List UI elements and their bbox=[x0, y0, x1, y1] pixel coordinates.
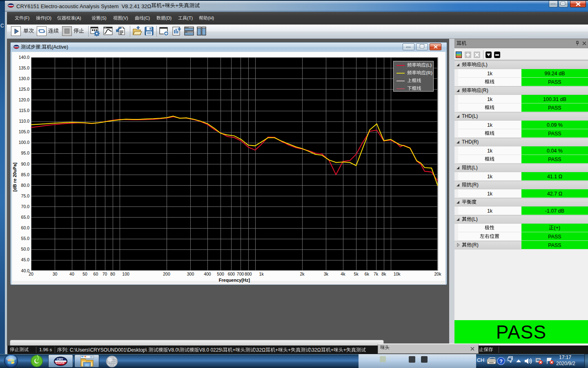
svg-text:4k: 4k bbox=[341, 272, 345, 276]
svg-text:105.0: 105.0 bbox=[19, 129, 29, 134]
svg-text:(A): (A) bbox=[75, 16, 81, 20]
svg-text:+: + bbox=[233, 347, 236, 353]
svg-text:80: 80 bbox=[110, 272, 115, 276]
svg-text:130.0: 130.0 bbox=[19, 76, 29, 81]
svg-text:8k: 8k bbox=[381, 272, 386, 276]
svg-text:70: 70 bbox=[102, 272, 107, 276]
svg-text:: C:\Users\CRYSOUND001\Desktop: : C:\Users\CRYSOUND001\Desktop\ bbox=[67, 347, 147, 353]
svg-text:THD(L): THD(L) bbox=[462, 113, 478, 119]
svg-text:65.0: 65.0 bbox=[21, 215, 30, 220]
svg-text:(L): (L) bbox=[472, 216, 478, 222]
svg-text:60.0: 60.0 bbox=[21, 225, 30, 230]
svg-text:800: 800 bbox=[245, 272, 252, 276]
svg-text:(R): (R) bbox=[472, 182, 479, 188]
svg-text:(L): (L) bbox=[472, 165, 478, 171]
svg-text:75.0: 75.0 bbox=[21, 193, 30, 198]
svg-text:7k: 7k bbox=[374, 272, 379, 276]
svg-text:50.0: 50.0 bbox=[21, 247, 30, 251]
svg-text:30: 30 bbox=[53, 272, 58, 276]
svg-text:40: 40 bbox=[69, 272, 74, 276]
svg-text:(O): (O) bbox=[45, 16, 51, 20]
svg-text:6k: 6k bbox=[365, 272, 370, 276]
svg-text:+: + bbox=[343, 347, 346, 353]
svg-text:45.0: 45.0 bbox=[21, 257, 30, 262]
svg-text:(R): (R) bbox=[472, 242, 479, 248]
svg-text:135.0: 135.0 bbox=[19, 65, 29, 70]
svg-text:60: 60 bbox=[94, 272, 98, 276]
svg-text:V8.0\: V8.0\ bbox=[168, 347, 180, 353]
svg-text:(D): (D) bbox=[165, 16, 172, 20]
svg-text:+: + bbox=[275, 347, 278, 353]
svg-text:[dB re 20uPa]: [dB re 20uPa] bbox=[12, 162, 17, 191]
svg-text:95.0: 95.0 bbox=[21, 150, 30, 155]
svg-text:85.0: 85.0 bbox=[21, 172, 30, 177]
svg-text:(L): (L) bbox=[481, 62, 488, 67]
svg-text:(Active): (Active) bbox=[51, 44, 68, 50]
svg-text:THD(R): THD(R) bbox=[462, 139, 479, 145]
svg-text:+: + bbox=[176, 2, 179, 9]
svg-text:70.0: 70.0 bbox=[21, 204, 30, 209]
svg-text:600: 600 bbox=[228, 272, 235, 276]
svg-text:110.0: 110.0 bbox=[19, 119, 30, 123]
svg-text:200: 200 bbox=[163, 272, 170, 276]
svg-text:(C): (C) bbox=[144, 16, 150, 20]
svg-text:\32Ω: \32Ω bbox=[255, 347, 266, 353]
svg-text:+: + bbox=[162, 2, 165, 9]
svg-text:?: ? bbox=[499, 358, 503, 364]
svg-text:100.0: 100.0 bbox=[19, 140, 29, 145]
svg-text:(F): (F) bbox=[24, 16, 29, 20]
svg-text:3k: 3k bbox=[324, 272, 329, 276]
svg-text:(T): (T) bbox=[187, 16, 193, 20]
svg-text:120.0: 120.0 bbox=[19, 97, 29, 102]
svg-text:400: 400 bbox=[204, 272, 211, 276]
svg-text:115.0: 115.0 bbox=[19, 108, 30, 113]
svg-text:(+): (+) bbox=[554, 225, 560, 231]
svg-text:\32Ω: \32Ω bbox=[310, 347, 321, 353]
svg-text:Frequency[Hz]: Frequency[Hz] bbox=[219, 278, 250, 283]
svg-text:+: + bbox=[288, 347, 291, 353]
svg-text:90.0: 90.0 bbox=[21, 162, 30, 166]
svg-text:1k: 1k bbox=[259, 272, 264, 276]
svg-text:20k: 20k bbox=[434, 272, 442, 276]
svg-text:(L): (L) bbox=[426, 63, 432, 67]
svg-text:140.0: 140.0 bbox=[19, 55, 29, 60]
svg-text:(V): (V) bbox=[122, 16, 128, 20]
svg-text:700: 700 bbox=[237, 272, 244, 276]
svg-text:2k: 2k bbox=[300, 272, 305, 276]
svg-text:55.0: 55.0 bbox=[21, 236, 30, 241]
svg-text:(S): (S) bbox=[100, 16, 107, 20]
svg-text:125.0: 125.0 bbox=[19, 87, 29, 92]
svg-text:10k: 10k bbox=[394, 272, 401, 276]
svg-text::: : bbox=[40, 44, 42, 50]
svg-text:500: 500 bbox=[217, 272, 224, 276]
svg-text:20: 20 bbox=[29, 272, 33, 276]
svg-text:(H): (H) bbox=[208, 16, 214, 20]
svg-text:(R): (R) bbox=[426, 70, 432, 75]
svg-text:50: 50 bbox=[82, 272, 87, 276]
svg-text:80.0: 80.0 bbox=[21, 183, 30, 188]
svg-text:(R): (R) bbox=[481, 88, 488, 93]
svg-text:100: 100 bbox=[122, 272, 129, 276]
svg-text:40.0: 40.0 bbox=[21, 268, 30, 273]
svg-text:V8.0 0225\: V8.0 0225\ bbox=[199, 347, 223, 353]
svg-text:300: 300 bbox=[187, 272, 194, 276]
svg-text:5k: 5k bbox=[354, 272, 359, 276]
svg-text:+: + bbox=[331, 347, 334, 353]
